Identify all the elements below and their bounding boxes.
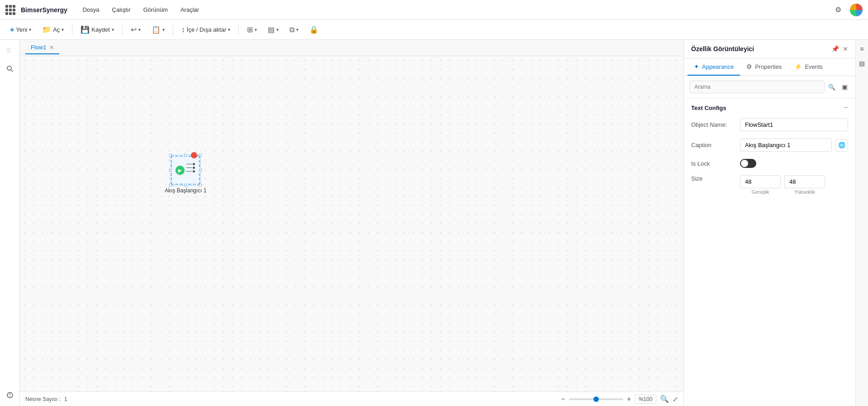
copy-button[interactable]: 📋 ▾ [147,24,169,36]
toolbar: + Yeni ▾ 📁 Aç ▾ 💾 Kaydet ▾ ↩ ▾ 📋 ▾ ↕ İçe… [0,20,868,40]
tab-flow1-label: Flow1 [31,44,47,51]
caption-input[interactable] [740,139,832,152]
save-button[interactable]: 💾 Kaydet ▾ [76,24,118,36]
left-sidebar [0,40,20,406]
canvas[interactable]: 📌 ▶ [20,56,683,392]
panel-tabs: ✦ Appearance ⚙ Properties ⚡ Events [684,58,855,76]
handle-tc[interactable] [184,154,187,157]
grid-toggle-button[interactable]: ⊞ ▾ [242,24,261,36]
grid-icon [5,5,15,15]
menu-calistir[interactable]: Çalıştır [108,5,135,15]
tab-events[interactable]: ⚡ Events [788,58,829,76]
layout-dropdown-arrow: ▾ [276,27,279,32]
sidebar-search-icon[interactable] [3,62,17,76]
undo-button[interactable]: ↩ ▾ [126,24,145,36]
right-sidebar-icon-1[interactable]: ≡ [857,43,868,54]
tab-appearance[interactable]: ✦ Appearance [688,58,740,76]
undo-dropdown-arrow: ▾ [138,27,141,32]
grid-dropdown-arrow: ▾ [255,27,257,32]
open-button[interactable]: 📁 Aç ▾ [38,24,68,36]
open-label: Aç [53,26,60,33]
menu-dosya[interactable]: Dosya [78,5,104,15]
open-icon: 📁 [42,25,51,34]
events-tab-icon: ⚡ [794,63,802,70]
new-button[interactable]: + Yeni ▾ [5,24,36,36]
handle-br[interactable] [199,184,202,186]
sep3 [173,24,173,35]
duplicate-button[interactable]: ⧉ ▾ [285,24,303,36]
flow-start-node[interactable]: 📌 ▶ [165,156,207,194]
lock-button[interactable]: 🔒 [305,24,323,36]
handle-bl[interactable] [169,184,172,186]
panel-layout-icon[interactable]: ▣ [839,81,850,92]
import-export-dropdown-arrow: ▾ [228,27,230,32]
is-lock-toggle[interactable] [740,159,756,168]
size-field: Size Genişlik Yükseklik [684,172,855,198]
tab-flow1-close[interactable]: ✕ [49,44,54,51]
status-bar: Nesne Sayısı : 1 − + %100 🔍 ⤢ [20,392,683,406]
zoom-out-button[interactable]: − [561,395,565,403]
tab-area: Flow1 ✕ 📌 [20,40,683,406]
copy-icon: 📋 [152,25,161,34]
caption-field: Caption 🌐 [684,135,855,155]
zoom-value-input[interactable]: %100 [635,395,656,404]
grid-toggle-icon: ⊞ [247,25,253,34]
size-height-input[interactable] [784,175,825,188]
object-count-value: 1 [64,396,67,402]
size-label: Size [691,175,736,182]
object-name-input[interactable] [740,118,848,131]
search-icon[interactable]: 🔍 [828,84,835,91]
import-export-label: İçe / Dışa aktar [187,26,226,33]
close-panel-icon[interactable]: ✕ [843,45,848,53]
sep2 [122,24,123,35]
profile-avatar[interactable] [850,4,863,16]
plus-icon: + [10,26,14,34]
object-name-field: Object Name: [684,115,855,135]
settings-icon[interactable]: ⚙ [832,4,844,16]
flow-node-box[interactable]: 📌 ▶ [171,156,200,185]
sidebar-tools-icon[interactable] [3,43,17,58]
size-height-group: Yükseklik [784,175,825,195]
tab-flow1[interactable]: Flow1 ✕ [25,41,59,54]
object-count-label: Nesne Sayısı : [25,396,61,402]
size-width-group: Genişlik [740,175,781,195]
properties-tab-label: Properties [755,63,782,70]
handle-ml[interactable] [169,169,172,172]
import-export-button[interactable]: ↕ İçe / Dışa aktar ▾ [177,24,235,36]
handle-mr[interactable] [199,169,202,172]
handle-tl[interactable] [169,154,172,157]
sidebar-bottom-icon[interactable] [3,388,17,402]
sep4 [238,24,239,35]
handle-bc[interactable] [184,184,187,186]
zoom-track[interactable] [569,398,623,400]
main-layout: Flow1 ✕ 📌 [0,40,868,406]
size-width-label: Genişlik [751,189,769,195]
right-sidebar-icon-2[interactable]: ▤ [857,58,868,69]
play-icon: ▶ [175,166,185,175]
svg-point-4 [9,396,10,397]
save-icon: 💾 [81,25,90,34]
handle-tr[interactable] [199,154,202,157]
menu-gorunum[interactable]: Görünüm [139,5,172,15]
zoom-search-icon[interactable]: 🔍 [660,395,669,403]
text-configs-section: Text Configs − [684,98,855,115]
tab-properties[interactable]: ⚙ Properties [740,58,788,76]
save-dropdown-arrow: ▾ [112,27,114,32]
new-label: Yeni [16,26,27,33]
expand-icon[interactable]: ⤢ [673,396,678,403]
save-label: Kaydet [91,26,109,33]
new-dropdown-arrow: ▾ [29,27,31,32]
menu-araclar[interactable]: Araçlar [176,5,204,15]
search-input[interactable] [689,81,825,93]
collapse-section-button[interactable]: − [844,104,848,112]
caption-label: Caption [691,142,736,148]
translate-button[interactable]: 🌐 [835,139,848,152]
size-width-input[interactable] [740,175,781,188]
copy-dropdown-arrow: ▾ [162,27,165,32]
zoom-in-button[interactable]: + [627,395,631,403]
layout-button[interactable]: ▤ ▾ [263,24,283,36]
zoom-control: − + %100 🔍 ⤢ [561,395,678,404]
zoom-thumb[interactable] [593,396,599,402]
pin-icon[interactable]: 📌 [831,45,839,53]
panel-title: Özellik Görüntüleyici [691,45,754,53]
